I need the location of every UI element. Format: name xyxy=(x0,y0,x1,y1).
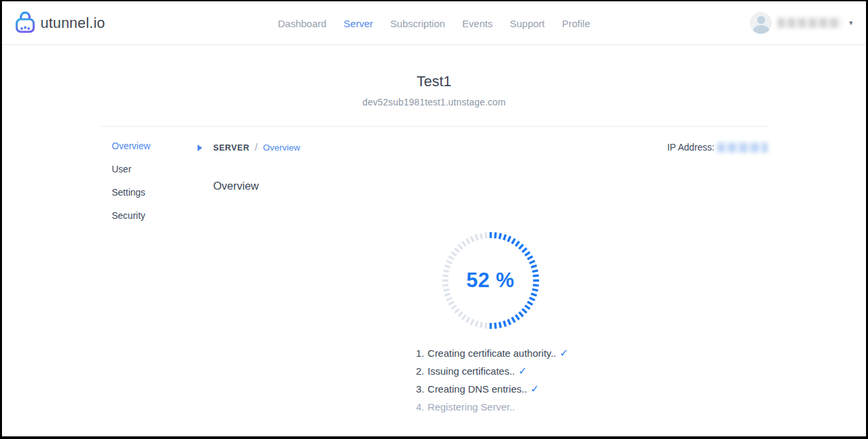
brand-logo[interactable]: utunnel.io xyxy=(15,11,105,36)
check-icon: ✓ xyxy=(560,347,568,359)
check-icon: ✓ xyxy=(519,365,527,377)
nav-item-profile[interactable]: Profile xyxy=(562,18,591,29)
ip-address-label: IP Address: xyxy=(667,142,714,153)
step-number: 4. xyxy=(412,398,424,416)
breadcrumb-separator-icon: / xyxy=(255,141,257,153)
step-number: 3. xyxy=(412,380,424,398)
main-panel: SERVER / Overview IP Address: Overview 5… xyxy=(214,141,768,416)
server-sidebar: OverviewUserSettingsSecurity xyxy=(101,141,198,416)
nav-item-events[interactable]: Events xyxy=(462,18,493,29)
sidebar-active-indicator xyxy=(198,141,214,416)
breadcrumb-section: SERVER xyxy=(214,143,250,153)
nav-item-subscription[interactable]: Subscription xyxy=(391,18,446,29)
overview-heading: Overview xyxy=(214,180,768,192)
triangle-right-icon xyxy=(198,145,202,151)
provisioning-step: 2.Issuing certificates..✓ xyxy=(412,362,568,380)
nav-item-dashboard[interactable]: Dashboard xyxy=(278,18,326,29)
caret-down-icon: ▾ xyxy=(849,19,853,27)
breadcrumb-page-link[interactable]: Overview xyxy=(263,143,300,153)
breadcrumb: SERVER / Overview IP Address: xyxy=(214,141,768,153)
provisioning-step: 4.Registering Server.. xyxy=(412,398,568,416)
brand-name: utunnel.io xyxy=(40,15,105,32)
provisioning-steps: 1.Creating certificate authority..✓2.Iss… xyxy=(412,344,568,416)
provisioning-step: 3.Creating DNS entries..✓ xyxy=(412,380,568,398)
sidebar-item-overview[interactable]: Overview xyxy=(112,141,198,151)
sidebar-item-settings[interactable]: Settings xyxy=(112,188,198,197)
main-nav: DashboardServerSubscriptionEventsSupport… xyxy=(278,1,590,45)
progress-percent: 52 % xyxy=(441,231,540,330)
ip-address: IP Address: xyxy=(667,142,767,153)
server-title: Test1 xyxy=(2,73,866,90)
user-avatar-icon xyxy=(750,12,772,34)
section-divider xyxy=(101,126,768,127)
server-page-head: Test1 dev52sub1981test1.utnstage.com xyxy=(2,45,866,107)
provisioning-step: 1.Creating certificate authority..✓ xyxy=(412,344,568,362)
ip-address-redacted xyxy=(717,143,768,153)
top-header: utunnel.io DashboardServerSubscriptionEv… xyxy=(2,1,866,45)
sidebar-item-user[interactable]: User xyxy=(112,164,198,174)
sidebar-item-security[interactable]: Security xyxy=(112,211,198,220)
step-number: 2. xyxy=(412,362,424,380)
user-menu[interactable]: ▾ xyxy=(750,12,853,34)
nav-item-support[interactable]: Support xyxy=(510,18,545,29)
padlock-circuit-icon xyxy=(15,11,35,36)
nav-item-server[interactable]: Server xyxy=(343,18,373,29)
check-icon: ✓ xyxy=(530,383,539,395)
provisioning-progress: 52 % 1.Creating certificate authority..✓… xyxy=(214,231,768,416)
app-window: utunnel.io DashboardServerSubscriptionEv… xyxy=(0,0,868,439)
step-number: 1. xyxy=(412,344,424,362)
step-label: Issuing certificates.. xyxy=(428,365,515,377)
step-label: Creating DNS entries.. xyxy=(428,383,527,395)
user-name-redacted xyxy=(778,18,841,28)
server-hostname: dev52sub1981test1.utnstage.com xyxy=(2,97,866,107)
progress-ring: 52 % xyxy=(441,231,540,330)
step-label: Registering Server.. xyxy=(428,401,515,412)
step-label: Creating certificate authority.. xyxy=(428,347,556,359)
